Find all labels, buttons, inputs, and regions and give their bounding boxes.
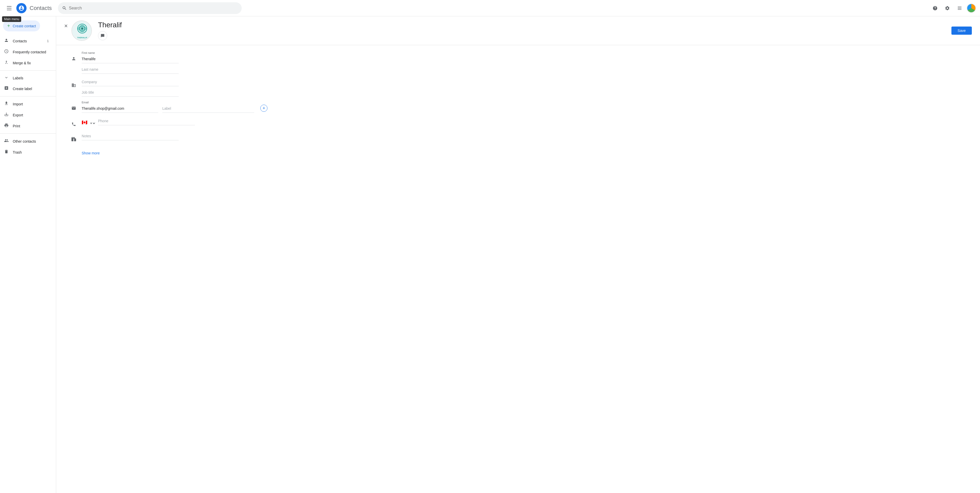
canada-flag-icon: 🇨🇦 (82, 120, 87, 125)
email-form-icon (72, 101, 78, 112)
svg-rect-1 (7, 8, 11, 8)
app-container: Contacts Main menu + Cr (0, 0, 980, 493)
company-row (72, 78, 972, 97)
frequently-contacted-label: Frequently contacted (13, 50, 46, 54)
last-name-input[interactable] (82, 65, 179, 74)
expand-icon (4, 75, 9, 81)
notes-input[interactable] (82, 132, 179, 140)
email-fields: Email + (82, 101, 972, 113)
search-input-wrap (58, 2, 242, 14)
app-logo (16, 3, 27, 13)
contact-header: THERALIF Theralif Save (56, 16, 980, 45)
first-name-label: First name (82, 51, 972, 54)
phone-input[interactable] (98, 117, 195, 125)
email-row: Email + (72, 101, 972, 113)
add-email-button[interactable]: + (260, 105, 267, 112)
phone-country-dropdown[interactable]: ▾ (89, 121, 96, 125)
labels-header[interactable]: Labels (0, 73, 56, 83)
settings-button[interactable] (942, 3, 953, 13)
close-button[interactable]: ✕ (61, 21, 70, 30)
phone-form-icon (72, 117, 78, 128)
email-label-input[interactable] (162, 104, 254, 113)
form-area: First name (56, 45, 980, 163)
import-icon (4, 101, 9, 107)
sidebar-item-create-label[interactable]: Create label (0, 83, 53, 94)
sidebar-divider-2 (0, 96, 56, 97)
company-fields (82, 78, 972, 97)
sidebar-item-other-contacts[interactable]: Other contacts (0, 136, 53, 147)
print-icon (4, 123, 9, 129)
export-label: Export (13, 113, 23, 117)
merge-fix-label: Merge & fix (13, 61, 31, 65)
company-field (82, 78, 972, 86)
merge-icon (4, 60, 9, 66)
company-input[interactable] (82, 78, 179, 86)
sidebar-item-print[interactable]: Print (0, 121, 53, 131)
sidebar-item-export[interactable]: Export (0, 110, 53, 121)
clock-icon (4, 49, 9, 55)
create-label-label: Create label (13, 87, 32, 91)
save-button[interactable]: Save (951, 27, 972, 35)
person-icon (4, 38, 9, 44)
contact-name-display: Theralif (98, 21, 122, 29)
search-bar (58, 2, 242, 14)
create-plus-icon: + (7, 23, 10, 29)
name-fields: First name (82, 51, 972, 74)
other-contacts-label: Other contacts (13, 139, 36, 143)
main-area: + Create contact Contacts 1 Frequently c… (0, 16, 980, 493)
person-form-icon (72, 51, 78, 62)
export-icon (4, 112, 9, 118)
contact-action-icons (98, 31, 122, 40)
main-menu-tooltip: Main menu (2, 16, 21, 22)
labels-label: Labels (13, 76, 23, 80)
company-form-icon (72, 78, 78, 89)
help-button[interactable] (930, 3, 940, 13)
show-more-area: Show more (82, 147, 972, 157)
email-inline: + (82, 104, 972, 113)
notes-field (82, 132, 972, 140)
svg-text:THERALIF: THERALIF (77, 37, 87, 39)
sidebar-item-trash[interactable]: Trash (0, 147, 53, 158)
job-title-input[interactable] (82, 88, 179, 97)
other-contacts-icon (4, 138, 9, 144)
trash-label: Trash (13, 150, 22, 154)
email-input[interactable] (82, 104, 158, 113)
phone-fields: 🇨🇦 ▾ (82, 117, 972, 125)
sidebar-item-contacts[interactable]: Contacts 1 (0, 35, 53, 46)
print-label: Print (13, 124, 20, 128)
email-label: Email (82, 101, 972, 104)
svg-rect-2 (7, 10, 11, 10)
svg-point-7 (81, 28, 83, 29)
email-field: Email + (82, 101, 972, 113)
notes-row (72, 132, 972, 143)
app-title: Contacts (30, 5, 52, 11)
content-area: ✕ (56, 16, 980, 493)
add-label-icon (4, 86, 9, 92)
notes-form-icon (72, 132, 78, 143)
user-avatar[interactable] (967, 3, 976, 13)
trash-icon (4, 149, 9, 155)
contacts-badge: 1 (47, 39, 49, 43)
top-right-icons (930, 3, 976, 13)
hamburger-button[interactable] (4, 3, 14, 13)
apps-button[interactable] (955, 3, 965, 13)
message-action-button[interactable] (98, 31, 107, 40)
last-name-field (82, 65, 972, 74)
phone-row: 🇨🇦 ▾ (72, 117, 972, 128)
phone-input-row: 🇨🇦 ▾ (82, 117, 972, 125)
search-icon (62, 6, 67, 11)
search-input[interactable] (69, 6, 238, 11)
create-contact-button[interactable]: + Create contact (3, 21, 40, 32)
sidebar-divider-1 (0, 70, 56, 71)
sidebar-item-frequently-contacted[interactable]: Frequently contacted (0, 46, 53, 57)
contact-avatar: THERALIF (72, 21, 92, 41)
contact-edit-wrapper: ✕ (56, 16, 980, 163)
create-contact-label: Create contact (13, 24, 36, 28)
job-title-field (82, 88, 972, 97)
sidebar-item-import[interactable]: Import (0, 99, 53, 110)
contact-name-area: Theralif (98, 21, 122, 40)
first-name-input[interactable] (82, 55, 179, 63)
sidebar-item-merge-fix[interactable]: Merge & fix (0, 57, 53, 68)
show-more-button[interactable]: Show more (82, 149, 100, 157)
phone-field: 🇨🇦 ▾ (82, 117, 972, 125)
